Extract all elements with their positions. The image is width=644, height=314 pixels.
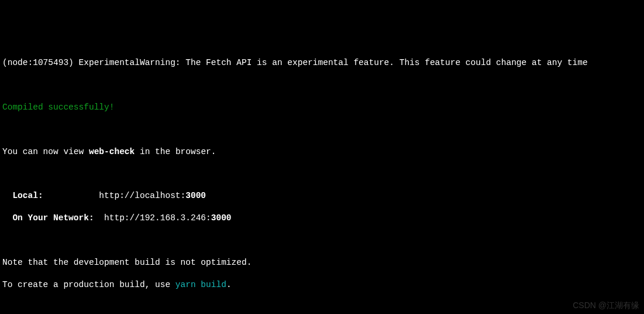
network-port: 3000 [211,213,232,223]
blank-line [2,124,642,135]
compiled-status-text: Compiled successfully! [2,103,114,112]
network-url-line: On Your Network: http://192.168.3.246:30… [2,213,642,224]
warning-line: (node:1075493) ExperimentalWarning: The … [2,57,642,69]
view-app-line: You can now view web-check in the browse… [2,146,642,158]
local-url-line: Local: http://localhost:3000 [2,190,642,202]
blank-line [2,235,642,246]
csdn-watermark: CSDN @江湖有缘 [573,300,639,310]
app-name-text: web-check [89,147,135,156]
local-url-prefix: http://localhost: [99,191,185,200]
blank-line [2,168,642,179]
blank-line [2,80,642,91]
view-prefix-text: You can now view [2,147,89,156]
blank-line [2,302,642,313]
network-url-prefix: http://192.168.3.246: [104,213,211,223]
network-label: On Your Network: [2,213,104,223]
note2-prefix-text: To create a production build, use [2,280,175,289]
yarn-build-command: yarn build [175,280,226,289]
local-port: 3000 [185,191,206,200]
node-warning-text: (node:1075493) ExperimentalWarning: The … [2,58,588,67]
compiled-line: Compiled successfully! [2,102,642,113]
note-line-1: Note that the development build is not o… [2,257,642,268]
note-line-2: To create a production build, use yarn b… [2,279,642,291]
view-suffix-text: in the browser. [135,147,216,156]
note2-suffix-text: . [226,280,232,289]
note1-text: Note that the development build is not o… [2,258,252,267]
local-label: Local: [2,191,99,200]
terminal-output[interactable]: (node:1075493) ExperimentalWarning: The … [2,46,642,314]
